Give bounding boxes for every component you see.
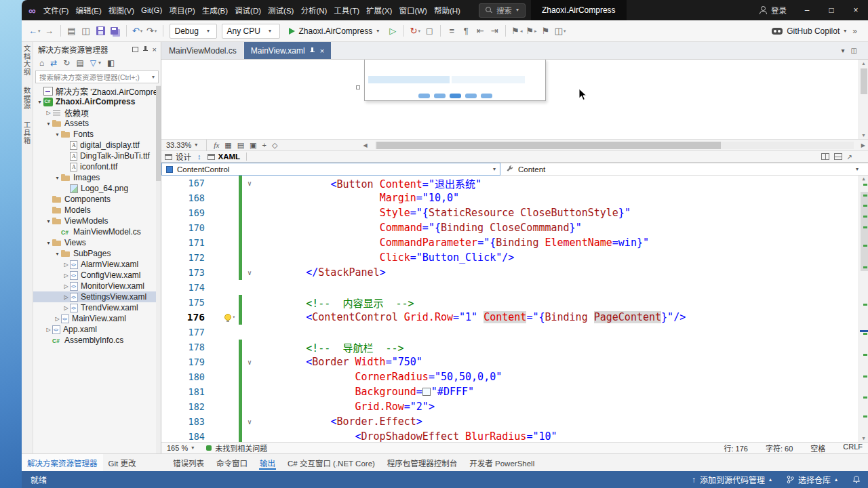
filter-icon[interactable]: ▽ bbox=[90, 58, 96, 68]
tree-item[interactable]: ▷MonitorView.xaml bbox=[33, 281, 161, 291]
expander-icon[interactable]: ▷ bbox=[45, 327, 52, 333]
caret-column-indicator[interactable]: 字符: 60 bbox=[766, 443, 793, 453]
tree-item[interactable]: Models bbox=[33, 205, 161, 216]
tree-item[interactable]: ▷AlarmView.xaml bbox=[33, 259, 161, 270]
tree-item[interactable]: ▷MainView.xaml bbox=[33, 313, 161, 324]
expander-icon[interactable]: ▾ bbox=[45, 240, 52, 246]
break-all-icon[interactable]: ◻ bbox=[422, 24, 436, 39]
tree-item[interactable]: ▷ConfigView.xaml bbox=[33, 270, 161, 281]
toolbar-overflow-icon[interactable]: » bbox=[847, 26, 863, 36]
code-line[interactable]: 178 <!-- 导航栏 --> bbox=[161, 340, 868, 354]
collapse-all-icon[interactable]: ▤ bbox=[76, 58, 83, 68]
code-health-indicator[interactable]: 未找到相关问题 bbox=[206, 443, 267, 453]
solution-search-input[interactable] bbox=[36, 73, 152, 81]
element-dropdown[interactable]: ContentControl ▾ bbox=[161, 163, 500, 176]
select-repository-button[interactable]: 选择仓库 ▴ bbox=[779, 471, 845, 488]
titlebar-search[interactable]: 搜索 ▾ bbox=[479, 3, 526, 18]
rail-tab[interactable]: 数据源 bbox=[22, 87, 33, 110]
horizontal-split-icon[interactable] bbox=[834, 153, 842, 160]
code-line[interactable]: 168 Margin="10,0" bbox=[161, 190, 868, 205]
zoom-fit-icon[interactable]: ◇ bbox=[272, 141, 277, 150]
tree-item[interactable]: AssemblyInfo.cs bbox=[33, 335, 161, 346]
code-editor[interactable]: 167∨ <Button Content="退出系统"168 Margin="1… bbox=[161, 176, 868, 442]
new-file-icon[interactable]: ▤ bbox=[65, 24, 79, 39]
minimize-button[interactable]: – bbox=[795, 0, 819, 20]
hot-reload-icon[interactable]: ↻▾ bbox=[408, 24, 422, 39]
code-line[interactable]: 184 <DropShadowEffect BlurRadius="10" bbox=[161, 429, 868, 442]
tree-item[interactable]: ▾ViewModels bbox=[33, 216, 161, 226]
code-line[interactable]: 179∨ <Border Width="750" bbox=[161, 354, 868, 369]
expander-icon[interactable]: ▷ bbox=[62, 294, 70, 300]
vertical-split-icon[interactable] bbox=[821, 153, 829, 160]
menu-item[interactable]: 编辑(E) bbox=[72, 0, 104, 20]
expander-icon[interactable]: ▾ bbox=[54, 131, 61, 138]
solution-scrollbar[interactable] bbox=[156, 85, 161, 453]
swap-panes-icon[interactable]: ↕ bbox=[197, 152, 201, 161]
menu-item[interactable]: 扩展(X) bbox=[363, 0, 395, 20]
code-line[interactable]: 176▾ <ContentControl Grid.Row="1" Conten… bbox=[161, 310, 868, 325]
pin-icon[interactable] bbox=[310, 47, 315, 54]
menu-item[interactable]: 测试(S) bbox=[264, 0, 297, 20]
expander-icon[interactable]: ▷ bbox=[62, 305, 70, 311]
start-without-debugging-icon[interactable]: ▷ bbox=[386, 24, 399, 39]
code-line[interactable]: 167∨ <Button Content="退出系统" bbox=[161, 176, 868, 190]
code-line[interactable]: 170 Command="{Binding CloseCommmand}" bbox=[161, 220, 868, 235]
doc-tab[interactable]: MainViewModel.cs bbox=[162, 42, 243, 59]
float-window-icon[interactable]: ◫ bbox=[851, 47, 857, 54]
expander-icon[interactable]: ▷ bbox=[62, 262, 70, 268]
menu-item[interactable]: Git(G) bbox=[138, 0, 165, 20]
code-line[interactable]: 173∨ </StackPanel> bbox=[161, 265, 868, 280]
increase-indent-icon[interactable]: ⇥ bbox=[488, 24, 501, 39]
outline-icon[interactable]: ≡ bbox=[445, 24, 458, 39]
tree-item[interactable]: ▷依赖项 bbox=[33, 107, 161, 118]
next-bookmark-icon[interactable]: ⚑▸ bbox=[524, 24, 538, 39]
menu-item[interactable]: 生成(B) bbox=[199, 0, 231, 20]
github-copilot-button[interactable]: GitHub Copilot ▾ bbox=[772, 26, 846, 36]
expander-icon[interactable]: ▾ bbox=[54, 175, 61, 181]
chevron-down-icon[interactable]: ▾ bbox=[233, 314, 235, 320]
fold-marker-icon[interactable]: ∨ bbox=[242, 359, 257, 366]
expander-icon[interactable]: ▷ bbox=[54, 316, 61, 322]
redo-icon[interactable]: ↷▾ bbox=[145, 24, 159, 39]
panel-tab[interactable]: 程序包管理器控制台 bbox=[381, 454, 464, 471]
navigate-forward-icon[interactable]: → bbox=[43, 24, 56, 39]
tree-item[interactable]: Components bbox=[33, 194, 161, 205]
solution-platform-dropdown[interactable]: Any CPU▾ bbox=[222, 24, 280, 39]
fold-marker-icon[interactable]: ∨ bbox=[242, 269, 257, 277]
tree-item[interactable]: digital_display.ttf bbox=[33, 140, 161, 150]
solution-configuration-dropdown[interactable]: Debug▾ bbox=[170, 24, 217, 39]
editor-scrollbar[interactable]: ▲ ▼ bbox=[859, 176, 868, 442]
previous-bookmark-icon[interactable]: ⚑◂ bbox=[510, 24, 524, 39]
line-ending-indicator[interactable]: CRLF bbox=[843, 443, 863, 453]
tool-window-tab[interactable]: Git 更改 bbox=[103, 454, 142, 471]
home-icon[interactable]: ⌂ bbox=[39, 58, 44, 68]
tree-item[interactable]: ▾SubPages bbox=[33, 248, 161, 259]
notifications-bell-icon[interactable] bbox=[845, 471, 868, 488]
menu-item[interactable]: 视图(V) bbox=[105, 0, 138, 20]
menu-item[interactable]: 调试(D) bbox=[231, 0, 264, 20]
tab-list-caret-icon[interactable]: ▾ bbox=[842, 47, 845, 54]
designer-selection-handle[interactable] bbox=[356, 85, 360, 89]
undo-icon[interactable]: ↶▾ bbox=[131, 24, 144, 39]
design-view-tab[interactable]: 设计 bbox=[165, 151, 191, 162]
menu-item[interactable]: 项目(P) bbox=[165, 0, 198, 20]
designer-scrollbar[interactable]: ▲▼ bbox=[859, 60, 868, 139]
code-line[interactable]: 172 Click="Button_Click"/> bbox=[161, 250, 868, 265]
doc-tab[interactable]: MainView.xaml× bbox=[244, 42, 331, 59]
expander-icon[interactable]: ▷ bbox=[45, 110, 52, 116]
panel-tab[interactable]: 命令窗口 bbox=[210, 454, 254, 471]
code-line[interactable]: 181 Background="#DFFF" bbox=[161, 384, 868, 399]
menu-item[interactable]: 窗口(W) bbox=[395, 0, 431, 20]
dock-icon[interactable] bbox=[132, 47, 138, 52]
tree-item[interactable]: ▷SettingsView.xaml bbox=[33, 291, 161, 302]
fold-marker-icon[interactable]: ∨ bbox=[242, 180, 257, 187]
scroll-left-icon[interactable]: ◀ bbox=[363, 142, 367, 148]
code-line[interactable]: 175 <!-- 内容显示 --> bbox=[161, 295, 868, 310]
code-line[interactable]: 182 Grid.Row="2"> bbox=[161, 399, 868, 414]
tree-item[interactable]: ▾Views bbox=[33, 237, 161, 248]
show-grid-icon[interactable]: ▦ bbox=[224, 141, 231, 150]
snap-grid-icon[interactable]: ▤ bbox=[237, 141, 244, 150]
panel-tab[interactable]: C# 交互窗口 (.NET Core) bbox=[281, 454, 381, 471]
close-button[interactable]: × bbox=[844, 0, 868, 20]
tree-item[interactable]: iconfont.ttf bbox=[33, 161, 161, 172]
